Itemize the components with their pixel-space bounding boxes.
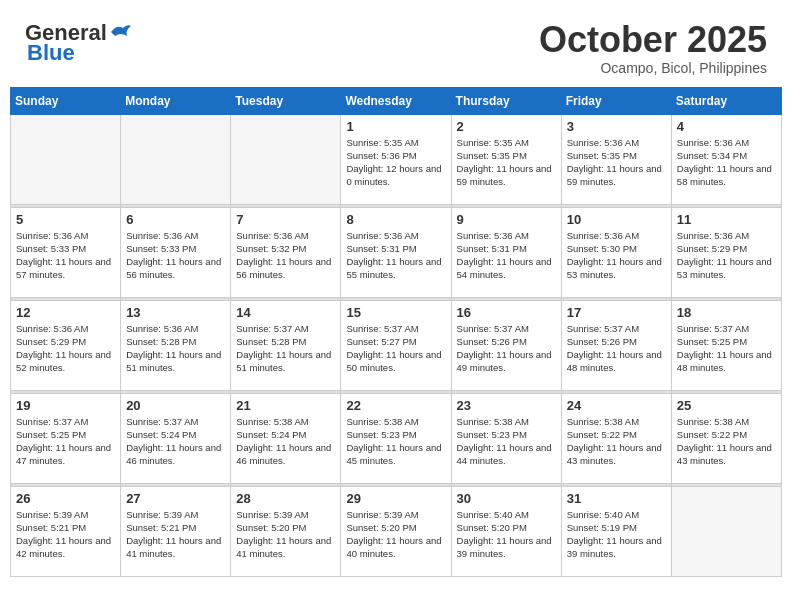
day-number: 5: [16, 212, 115, 227]
day-number: 18: [677, 305, 776, 320]
day-info: Sunrise: 5:37 AMSunset: 5:26 PMDaylight:…: [457, 322, 556, 375]
day-info: Sunrise: 5:38 AMSunset: 5:22 PMDaylight:…: [677, 415, 776, 468]
day-info: Sunrise: 5:38 AMSunset: 5:24 PMDaylight:…: [236, 415, 335, 468]
day-number: 21: [236, 398, 335, 413]
calendar-day-cell: 10Sunrise: 5:36 AMSunset: 5:30 PMDayligh…: [561, 207, 671, 297]
calendar-day-cell: [11, 114, 121, 204]
calendar-day-cell: 29Sunrise: 5:39 AMSunset: 5:20 PMDayligh…: [341, 486, 451, 576]
day-info: Sunrise: 5:36 AMSunset: 5:33 PMDaylight:…: [126, 229, 225, 282]
day-number: 8: [346, 212, 445, 227]
day-number: 15: [346, 305, 445, 320]
day-number: 28: [236, 491, 335, 506]
calendar-day-cell: 30Sunrise: 5:40 AMSunset: 5:20 PMDayligh…: [451, 486, 561, 576]
day-info: Sunrise: 5:37 AMSunset: 5:26 PMDaylight:…: [567, 322, 666, 375]
day-number: 13: [126, 305, 225, 320]
calendar-day-cell: 13Sunrise: 5:36 AMSunset: 5:28 PMDayligh…: [121, 300, 231, 390]
calendar-day-cell: 18Sunrise: 5:37 AMSunset: 5:25 PMDayligh…: [671, 300, 781, 390]
day-info: Sunrise: 5:37 AMSunset: 5:24 PMDaylight:…: [126, 415, 225, 468]
day-number: 30: [457, 491, 556, 506]
calendar-week-1: 1Sunrise: 5:35 AMSunset: 5:36 PMDaylight…: [11, 114, 782, 204]
weekday-header-tuesday: Tuesday: [231, 87, 341, 114]
day-info: Sunrise: 5:39 AMSunset: 5:20 PMDaylight:…: [236, 508, 335, 561]
day-number: 25: [677, 398, 776, 413]
calendar-day-cell: 21Sunrise: 5:38 AMSunset: 5:24 PMDayligh…: [231, 393, 341, 483]
calendar-day-cell: 17Sunrise: 5:37 AMSunset: 5:26 PMDayligh…: [561, 300, 671, 390]
day-number: 10: [567, 212, 666, 227]
logo-blue: Blue: [27, 40, 75, 66]
day-number: 12: [16, 305, 115, 320]
day-number: 7: [236, 212, 335, 227]
day-info: Sunrise: 5:35 AMSunset: 5:36 PMDaylight:…: [346, 136, 445, 189]
day-number: 26: [16, 491, 115, 506]
day-info: Sunrise: 5:36 AMSunset: 5:35 PMDaylight:…: [567, 136, 666, 189]
calendar-day-cell: 22Sunrise: 5:38 AMSunset: 5:23 PMDayligh…: [341, 393, 451, 483]
day-info: Sunrise: 5:37 AMSunset: 5:25 PMDaylight:…: [16, 415, 115, 468]
calendar-day-cell: 3Sunrise: 5:36 AMSunset: 5:35 PMDaylight…: [561, 114, 671, 204]
weekday-header-saturday: Saturday: [671, 87, 781, 114]
day-info: Sunrise: 5:37 AMSunset: 5:27 PMDaylight:…: [346, 322, 445, 375]
calendar-header-row: SundayMondayTuesdayWednesdayThursdayFrid…: [11, 87, 782, 114]
day-info: Sunrise: 5:36 AMSunset: 5:28 PMDaylight:…: [126, 322, 225, 375]
weekday-header-wednesday: Wednesday: [341, 87, 451, 114]
calendar-day-cell: 5Sunrise: 5:36 AMSunset: 5:33 PMDaylight…: [11, 207, 121, 297]
calendar-day-cell: [231, 114, 341, 204]
weekday-header-thursday: Thursday: [451, 87, 561, 114]
calendar-day-cell: 4Sunrise: 5:36 AMSunset: 5:34 PMDaylight…: [671, 114, 781, 204]
day-info: Sunrise: 5:36 AMSunset: 5:31 PMDaylight:…: [346, 229, 445, 282]
calendar-day-cell: 6Sunrise: 5:36 AMSunset: 5:33 PMDaylight…: [121, 207, 231, 297]
day-info: Sunrise: 5:36 AMSunset: 5:34 PMDaylight:…: [677, 136, 776, 189]
day-number: 14: [236, 305, 335, 320]
day-info: Sunrise: 5:38 AMSunset: 5:23 PMDaylight:…: [457, 415, 556, 468]
calendar-day-cell: 26Sunrise: 5:39 AMSunset: 5:21 PMDayligh…: [11, 486, 121, 576]
page-header: General Blue October 2025 Ocampo, Bicol,…: [10, 10, 782, 81]
day-number: 16: [457, 305, 556, 320]
calendar-day-cell: 7Sunrise: 5:36 AMSunset: 5:32 PMDaylight…: [231, 207, 341, 297]
calendar-day-cell: 27Sunrise: 5:39 AMSunset: 5:21 PMDayligh…: [121, 486, 231, 576]
day-number: 19: [16, 398, 115, 413]
day-info: Sunrise: 5:39 AMSunset: 5:21 PMDaylight:…: [16, 508, 115, 561]
title-block: October 2025 Ocampo, Bicol, Philippines: [539, 20, 767, 76]
calendar-day-cell: 8Sunrise: 5:36 AMSunset: 5:31 PMDaylight…: [341, 207, 451, 297]
day-number: 17: [567, 305, 666, 320]
weekday-header-sunday: Sunday: [11, 87, 121, 114]
month-title: October 2025: [539, 20, 767, 60]
day-number: 6: [126, 212, 225, 227]
day-info: Sunrise: 5:40 AMSunset: 5:19 PMDaylight:…: [567, 508, 666, 561]
day-info: Sunrise: 5:39 AMSunset: 5:21 PMDaylight:…: [126, 508, 225, 561]
day-info: Sunrise: 5:36 AMSunset: 5:31 PMDaylight:…: [457, 229, 556, 282]
calendar-day-cell: 2Sunrise: 5:35 AMSunset: 5:35 PMDaylight…: [451, 114, 561, 204]
calendar-day-cell: 20Sunrise: 5:37 AMSunset: 5:24 PMDayligh…: [121, 393, 231, 483]
day-info: Sunrise: 5:37 AMSunset: 5:25 PMDaylight:…: [677, 322, 776, 375]
day-info: Sunrise: 5:36 AMSunset: 5:29 PMDaylight:…: [16, 322, 115, 375]
day-number: 4: [677, 119, 776, 134]
calendar-day-cell: [671, 486, 781, 576]
day-info: Sunrise: 5:38 AMSunset: 5:23 PMDaylight:…: [346, 415, 445, 468]
day-info: Sunrise: 5:37 AMSunset: 5:28 PMDaylight:…: [236, 322, 335, 375]
calendar-day-cell: 9Sunrise: 5:36 AMSunset: 5:31 PMDaylight…: [451, 207, 561, 297]
day-info: Sunrise: 5:40 AMSunset: 5:20 PMDaylight:…: [457, 508, 556, 561]
day-info: Sunrise: 5:35 AMSunset: 5:35 PMDaylight:…: [457, 136, 556, 189]
calendar-day-cell: 31Sunrise: 5:40 AMSunset: 5:19 PMDayligh…: [561, 486, 671, 576]
calendar-day-cell: 11Sunrise: 5:36 AMSunset: 5:29 PMDayligh…: [671, 207, 781, 297]
weekday-header-friday: Friday: [561, 87, 671, 114]
logo-bird-icon: [109, 22, 131, 42]
day-number: 22: [346, 398, 445, 413]
day-number: 29: [346, 491, 445, 506]
calendar-day-cell: 16Sunrise: 5:37 AMSunset: 5:26 PMDayligh…: [451, 300, 561, 390]
day-number: 24: [567, 398, 666, 413]
calendar-day-cell: 28Sunrise: 5:39 AMSunset: 5:20 PMDayligh…: [231, 486, 341, 576]
calendar-day-cell: 24Sunrise: 5:38 AMSunset: 5:22 PMDayligh…: [561, 393, 671, 483]
day-number: 20: [126, 398, 225, 413]
calendar-week-3: 12Sunrise: 5:36 AMSunset: 5:29 PMDayligh…: [11, 300, 782, 390]
calendar-day-cell: 15Sunrise: 5:37 AMSunset: 5:27 PMDayligh…: [341, 300, 451, 390]
calendar-week-4: 19Sunrise: 5:37 AMSunset: 5:25 PMDayligh…: [11, 393, 782, 483]
calendar-day-cell: 19Sunrise: 5:37 AMSunset: 5:25 PMDayligh…: [11, 393, 121, 483]
day-number: 1: [346, 119, 445, 134]
day-number: 3: [567, 119, 666, 134]
calendar-day-cell: 12Sunrise: 5:36 AMSunset: 5:29 PMDayligh…: [11, 300, 121, 390]
day-number: 27: [126, 491, 225, 506]
day-number: 9: [457, 212, 556, 227]
day-info: Sunrise: 5:36 AMSunset: 5:30 PMDaylight:…: [567, 229, 666, 282]
calendar-day-cell: 14Sunrise: 5:37 AMSunset: 5:28 PMDayligh…: [231, 300, 341, 390]
day-info: Sunrise: 5:36 AMSunset: 5:32 PMDaylight:…: [236, 229, 335, 282]
